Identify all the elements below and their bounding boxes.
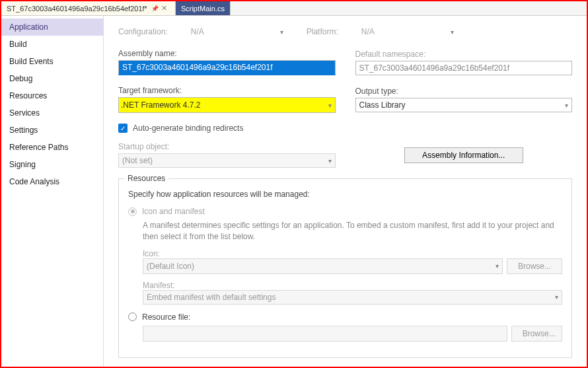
tab-project-properties[interactable]: ST_67c3003a4601496a9a29c16b54ef201f* 📌 ✕ bbox=[1, 1, 176, 15]
document-tabs: ST_67c3003a4601496a9a29c16b54ef201f* 📌 ✕… bbox=[1, 1, 587, 16]
configuration-label: Configuration: bbox=[118, 27, 168, 36]
resources-legend: Resources bbox=[124, 174, 168, 183]
sidebar-item-code-analysis[interactable]: Code Analysis bbox=[1, 173, 103, 190]
target-framework-select[interactable]: .NET Framework 4.7.2 ▾ bbox=[118, 97, 336, 113]
sidebar-item-resources[interactable]: Resources bbox=[1, 87, 103, 104]
manifest-select: Embed manifest with default settings ▾ bbox=[143, 290, 562, 305]
manifest-label: Manifest: bbox=[143, 281, 562, 290]
default-namespace-input[interactable] bbox=[355, 61, 573, 75]
sidebar-item-debug[interactable]: Debug bbox=[1, 70, 103, 87]
resources-group: Resources Specify how application resour… bbox=[118, 178, 572, 358]
auto-generate-redirects-label: Auto-generate binding redirects bbox=[133, 124, 243, 133]
tab-label: ST_67c3003a4601496a9a29c16b54ef201f* bbox=[7, 5, 147, 13]
chevron-down-icon: ▾ bbox=[565, 102, 568, 109]
icon-browse-button: Browse... bbox=[507, 258, 562, 274]
platform-label: Platform: bbox=[307, 27, 338, 36]
assembly-information-button[interactable]: Assembly Information... bbox=[404, 147, 523, 163]
startup-object-select: (Not set) ▾ bbox=[118, 153, 336, 168]
resource-file-input bbox=[143, 326, 507, 342]
auto-generate-redirects-checkbox[interactable]: ✓ bbox=[118, 124, 128, 133]
property-sidebar: Application Build Build Events Debug Res… bbox=[1, 16, 104, 367]
icon-and-manifest-label: Icon and manifest bbox=[142, 207, 205, 216]
chevron-down-icon: ▾ bbox=[496, 262, 499, 270]
icon-and-manifest-desc: A manifest determines specific settings … bbox=[143, 220, 562, 242]
icon-select: (Default Icon) ▾ bbox=[143, 258, 503, 274]
assembly-name-input[interactable] bbox=[118, 60, 336, 75]
chevron-down-icon: ▾ bbox=[280, 28, 283, 36]
sidebar-item-build-events[interactable]: Build Events bbox=[1, 53, 103, 70]
pin-icon[interactable]: 📌 bbox=[151, 5, 159, 12]
tab-scriptmain[interactable]: ScriptMain.cs bbox=[176, 1, 231, 15]
sidebar-item-settings[interactable]: Settings bbox=[1, 122, 103, 139]
close-icon[interactable]: ✕ bbox=[161, 4, 167, 13]
chevron-down-icon: ▾ bbox=[328, 157, 332, 165]
resource-file-browse-button: Browse... bbox=[511, 326, 562, 342]
chevron-down-icon: ▾ bbox=[451, 28, 454, 36]
sidebar-item-application[interactable]: Application bbox=[1, 18, 103, 36]
icon-and-manifest-radio bbox=[128, 207, 137, 216]
resource-file-radio[interactable] bbox=[128, 313, 137, 321]
platform-select: N/A ▾ bbox=[358, 25, 457, 38]
icon-label: Icon: bbox=[143, 249, 562, 258]
chevron-down-icon: ▾ bbox=[328, 102, 332, 109]
tab-label: ScriptMain.cs bbox=[181, 5, 225, 13]
startup-object-label: Startup object: bbox=[118, 142, 336, 151]
configuration-select: N/A ▾ bbox=[188, 25, 287, 38]
target-framework-label: Target framework: bbox=[118, 86, 336, 95]
sidebar-item-build[interactable]: Build bbox=[1, 36, 103, 53]
sidebar-item-reference-paths[interactable]: Reference Paths bbox=[1, 139, 103, 156]
output-type-label: Output type: bbox=[355, 87, 573, 96]
default-namespace-label: Default namespace: bbox=[355, 50, 573, 59]
assembly-name-label: Assembly name: bbox=[118, 49, 336, 58]
output-type-select[interactable]: Class Library ▾ bbox=[355, 98, 573, 112]
resources-intro: Specify how application resources will b… bbox=[128, 190, 562, 199]
sidebar-item-services[interactable]: Services bbox=[1, 104, 103, 122]
resource-file-label: Resource file: bbox=[142, 313, 190, 322]
main-content: Application Build Build Events Debug Res… bbox=[1, 16, 587, 367]
chevron-down-icon: ▾ bbox=[555, 293, 558, 301]
sidebar-item-signing[interactable]: Signing bbox=[1, 156, 103, 173]
